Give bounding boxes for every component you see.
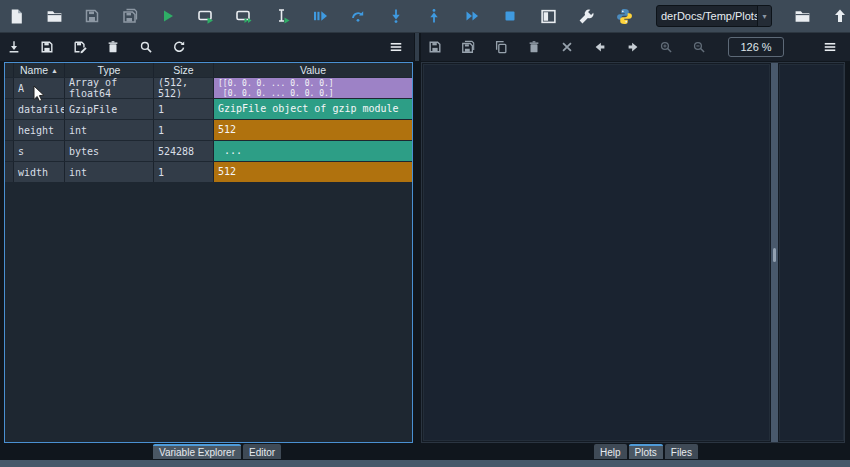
row-gutter-cell: [5, 78, 13, 98]
run-selection-button[interactable]: [268, 2, 296, 30]
continue-button[interactable]: [458, 2, 486, 30]
table-row[interactable]: datafile GzipFile 1 GzipFile object of g…: [5, 99, 412, 119]
table-row[interactable]: width int 1 512: [5, 162, 412, 182]
working-dir-dropdown-arrow[interactable]: ▾: [757, 6, 771, 26]
refresh-icon: [172, 40, 186, 54]
refresh-button[interactable]: [167, 35, 191, 59]
open-folder-icon: [46, 8, 63, 25]
zoom-in-icon: [659, 40, 673, 54]
stop-icon: [502, 8, 518, 24]
remove-variable-button[interactable]: [101, 35, 125, 59]
table-header-row: Name▲ Type Size Value: [5, 63, 412, 77]
save-all-plots-button[interactable]: [456, 35, 480, 59]
mouse-cursor: [33, 85, 46, 103]
previous-plot-button[interactable]: [588, 35, 612, 59]
tab-help[interactable]: Help: [594, 444, 627, 459]
save-button[interactable]: [78, 2, 106, 30]
tab-files[interactable]: Files: [665, 444, 698, 459]
toolbar-divider: [415, 33, 419, 61]
zoom-level-box[interactable]: 126 %: [728, 37, 784, 57]
copy-plot-button[interactable]: [489, 35, 513, 59]
open-file-button[interactable]: [40, 2, 68, 30]
step-into-button[interactable]: [382, 2, 410, 30]
save-data-button[interactable]: [35, 35, 59, 59]
sort-ascending-icon: ▲: [51, 67, 58, 74]
run-cell-advance-icon: [235, 7, 253, 25]
bottom-tab-bar: Variable Explorer Editor Help Plots File…: [0, 443, 850, 460]
maximize-pane-button[interactable]: [534, 2, 562, 30]
variables-table: Name▲ Type Size Value A Array of float64…: [5, 63, 412, 182]
new-file-icon: [8, 8, 25, 25]
variable-value-cell[interactable]: 512: [214, 162, 412, 182]
parent-dir-button[interactable]: [826, 2, 850, 30]
zoom-in-button[interactable]: [654, 35, 678, 59]
zoom-out-button[interactable]: [687, 35, 711, 59]
save-all-button[interactable]: [116, 2, 144, 30]
run-cell-advance-button[interactable]: [230, 2, 258, 30]
remove-plot-button[interactable]: [522, 35, 546, 59]
header-size[interactable]: Size: [154, 63, 213, 77]
trash-icon: [106, 40, 120, 54]
stop-button[interactable]: [496, 2, 524, 30]
table-row[interactable]: height int 1 512: [5, 120, 412, 140]
import-data-icon: [7, 40, 21, 54]
variable-type-cell: Array of float64: [65, 78, 153, 98]
variable-name-cell[interactable]: s: [14, 141, 64, 161]
table-row[interactable]: s bytes 524288 ...: [5, 141, 412, 161]
next-plot-button[interactable]: [621, 35, 645, 59]
header-type[interactable]: Type: [65, 63, 153, 77]
tab-variable-explorer[interactable]: Variable Explorer: [153, 444, 241, 459]
run-button[interactable]: [154, 2, 182, 30]
variable-value-cell[interactable]: 512: [214, 120, 412, 140]
variable-size-cell: 1: [154, 120, 213, 140]
variable-value-cell[interactable]: GzipFile object of gzip module: [214, 99, 412, 119]
header-value[interactable]: Value: [214, 63, 412, 77]
python-interpreter-button[interactable]: [610, 2, 638, 30]
plots-splitter[interactable]: [771, 63, 778, 442]
working-dir-combo[interactable]: derDocs/Temp/Plots ▾: [656, 5, 772, 27]
header-name-label: Name: [20, 64, 48, 76]
run-cell-button[interactable]: [192, 2, 220, 30]
search-button[interactable]: [134, 35, 158, 59]
variable-type-cell: int: [65, 162, 153, 182]
zoom-out-icon: [692, 40, 706, 54]
variable-type-cell: bytes: [65, 141, 153, 161]
step-over-button[interactable]: [344, 2, 372, 30]
tab-plots[interactable]: Plots: [629, 444, 663, 459]
variable-size-cell: (512, 512): [154, 78, 213, 98]
debug-icon: [312, 8, 328, 24]
variable-type-cell: GzipFile: [65, 99, 153, 119]
step-over-icon: [350, 8, 366, 24]
copy-icon: [494, 40, 508, 54]
browse-working-dir-button[interactable]: [788, 2, 816, 30]
plots-options-button[interactable]: [818, 35, 842, 59]
variable-name-cell[interactable]: width: [14, 162, 64, 182]
new-file-button[interactable]: [2, 2, 30, 30]
header-corner-cell[interactable]: [5, 63, 13, 77]
save-data-as-button[interactable]: [68, 35, 92, 59]
save-plot-icon: [428, 40, 442, 54]
main-toolbar: derDocs/Temp/Plots ▾: [0, 0, 850, 33]
run-icon: [160, 8, 176, 24]
step-return-button[interactable]: [420, 2, 448, 30]
variable-explorer-toolbar: [0, 33, 414, 61]
remove-all-plots-button[interactable]: [555, 35, 579, 59]
save-plot-button[interactable]: [423, 35, 447, 59]
variable-explorer-options-button[interactable]: [384, 35, 408, 59]
browse-folder-icon: [794, 8, 811, 25]
variable-name-cell[interactable]: height: [14, 120, 64, 140]
variable-value-cell[interactable]: [[0. 0. 0. ... 0. 0. 0.] [0. 0. 0. ... 0…: [214, 78, 412, 98]
tab-editor[interactable]: Editor: [243, 444, 281, 459]
maximize-pane-icon: [540, 8, 557, 25]
save-all-icon: [122, 8, 138, 24]
search-icon: [139, 40, 153, 54]
preferences-button[interactable]: [572, 2, 600, 30]
table-row[interactable]: A Array of float64 (512, 512) [[0. 0. 0.…: [5, 78, 412, 98]
plot-display-area: [423, 64, 770, 441]
header-name[interactable]: Name▲: [14, 63, 64, 77]
debug-button[interactable]: [306, 2, 334, 30]
import-data-button[interactable]: [2, 35, 26, 59]
variable-type-cell: int: [65, 120, 153, 140]
variable-value-cell[interactable]: ...: [214, 141, 412, 161]
plots-toolbar: 126 %: [421, 33, 850, 61]
